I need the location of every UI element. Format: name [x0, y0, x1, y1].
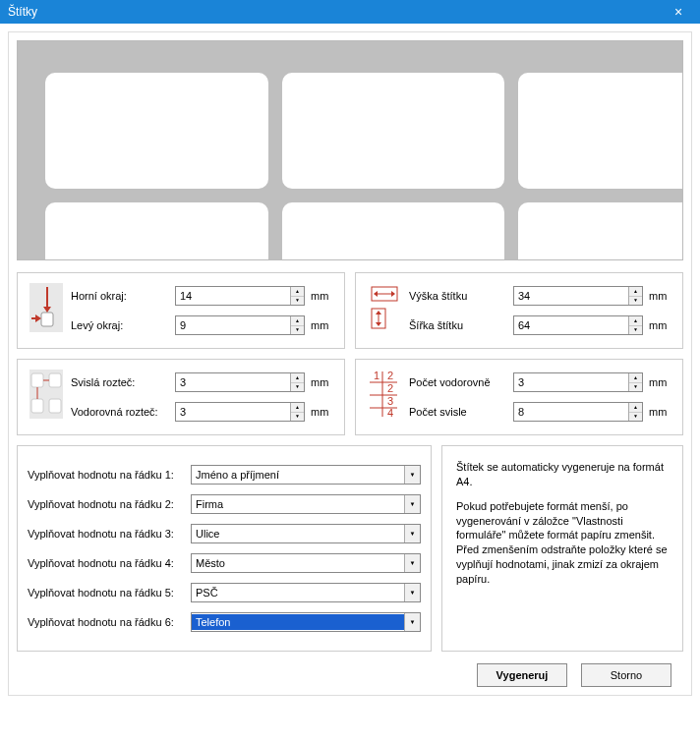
info-text-1: Štítek se automaticky vygeneruje na form…: [456, 460, 669, 489]
count-across-input[interactable]: ▲▼: [513, 372, 643, 392]
spin-down-icon[interactable]: ▼: [629, 383, 642, 392]
spin-down-icon[interactable]: ▼: [291, 297, 304, 306]
svg-text:3: 3: [387, 395, 393, 407]
unit-label: mm: [649, 406, 672, 418]
unit-label: mm: [649, 376, 672, 388]
value-row-label: Vyplňovat hodnotu na řádku 1:: [28, 469, 185, 481]
value-row-combo[interactable]: Telefon▼: [191, 612, 421, 632]
preview-label-cell: [518, 73, 683, 189]
label-width-field[interactable]: [514, 316, 628, 334]
label-width-label: Šířka štítku: [409, 319, 507, 331]
generate-button[interactable]: Vygeneruj: [477, 663, 567, 687]
spin-down-icon[interactable]: ▼: [291, 413, 304, 422]
svg-marker-9: [391, 291, 395, 297]
cancel-button[interactable]: Storno: [581, 663, 671, 687]
chevron-down-icon[interactable]: ▼: [404, 584, 420, 601]
spin-up-icon[interactable]: ▲: [291, 316, 304, 326]
horizontal-spacing-field[interactable]: [176, 403, 290, 421]
unit-label: mm: [649, 290, 672, 302]
spin-down-icon[interactable]: ▼: [291, 383, 304, 392]
combo-value: PSČ: [192, 587, 404, 599]
value-row: Vyplňovat hodnotu na řádku 6:Telefon▼: [28, 607, 421, 637]
svg-rect-15: [31, 373, 43, 387]
chevron-down-icon[interactable]: ▼: [404, 495, 420, 513]
value-row-label: Vyplňovat hodnotu na řádku 2:: [28, 498, 185, 510]
combo-value: Ulice: [192, 528, 404, 540]
unit-label: mm: [649, 319, 672, 331]
value-row-combo[interactable]: PSČ▼: [191, 583, 421, 602]
horizontal-spacing-input[interactable]: ▲▼: [175, 402, 305, 422]
value-row-label: Vyplňovat hodnotu na řádku 5:: [28, 587, 185, 599]
preview-label-cell: [518, 202, 683, 260]
top-margin-input[interactable]: ▲▼: [175, 286, 305, 306]
spin-down-icon[interactable]: ▼: [291, 326, 304, 335]
close-icon[interactable]: ×: [659, 0, 698, 24]
label-width-input[interactable]: ▲▼: [513, 315, 643, 335]
value-row: Vyplňovat hodnotu na řádku 1:Jméno a pří…: [28, 460, 421, 489]
unit-label: mm: [311, 290, 334, 302]
value-row-label: Vyplňovat hodnotu na řádku 3:: [28, 528, 185, 540]
spin-down-icon[interactable]: ▼: [629, 326, 642, 335]
horizontal-spacing-label: Vodorovná rozteč:: [71, 406, 169, 418]
value-row: Vyplňovat hodnotu na řádku 2:Firma▼: [28, 489, 421, 519]
spacing-icon: [28, 368, 65, 421]
spin-down-icon[interactable]: ▼: [629, 413, 642, 422]
spin-up-icon[interactable]: ▲: [629, 287, 642, 297]
dialog-body: Horní okraj: ▲▼ mm Levý okraj: ▲▼ mm: [8, 31, 692, 696]
svg-marker-8: [374, 291, 378, 297]
info-panel: Štítek se automaticky vygeneruje na form…: [441, 445, 683, 652]
count-down-input[interactable]: ▲▼: [513, 402, 643, 422]
value-row-combo[interactable]: Firma▼: [191, 494, 421, 514]
chevron-down-icon[interactable]: ▼: [404, 554, 420, 572]
value-row: Vyplňovat hodnotu na řádku 4:Město▼: [28, 548, 421, 578]
spin-up-icon[interactable]: ▲: [629, 403, 642, 413]
svg-rect-16: [49, 373, 61, 387]
svg-text:1: 1: [374, 370, 379, 381]
spin-down-icon[interactable]: ▼: [629, 297, 642, 306]
svg-rect-1: [41, 313, 53, 326]
spacing-group: Svislá rozteč: ▲▼ mm Vodorovná rozteč: ▲…: [17, 359, 345, 435]
vertical-spacing-field[interactable]: [176, 373, 290, 391]
count-down-field[interactable]: [514, 403, 628, 421]
value-row-label: Vyplňovat hodnotu na řádku 6:: [28, 616, 185, 628]
dialog-footer: Vygeneruj Storno: [17, 652, 683, 687]
size-icon: [366, 281, 403, 334]
count-down-label: Počet svisle: [409, 406, 507, 418]
left-margin-input[interactable]: ▲▼: [175, 315, 305, 335]
svg-rect-18: [49, 399, 61, 413]
combo-value: Město: [192, 557, 404, 569]
svg-text:2: 2: [387, 382, 393, 394]
count-group: 1 2 2 3 4 Počet vodorovně ▲▼: [355, 359, 683, 435]
svg-text:2: 2: [387, 370, 393, 381]
spin-up-icon[interactable]: ▲: [291, 373, 304, 383]
count-across-field[interactable]: [514, 373, 628, 391]
spin-up-icon[interactable]: ▲: [291, 287, 304, 297]
spin-up-icon[interactable]: ▲: [629, 373, 642, 383]
spin-up-icon[interactable]: ▲: [291, 403, 304, 413]
label-height-label: Výška štítku: [409, 290, 507, 302]
window-title: Štítky: [8, 5, 37, 19]
preview-label-cell: [282, 202, 505, 260]
vertical-spacing-input[interactable]: ▲▼: [175, 372, 305, 392]
chevron-down-icon[interactable]: ▼: [404, 525, 420, 542]
count-across-label: Počet vodorovně: [409, 376, 507, 388]
count-icon: 1 2 2 3 4: [366, 368, 403, 421]
chevron-down-icon[interactable]: ▼: [404, 613, 420, 631]
titlebar: Štítky ×: [0, 0, 700, 24]
margins-icon: [28, 281, 65, 334]
spin-up-icon[interactable]: ▲: [629, 316, 642, 326]
preview-label-cell: [45, 73, 268, 189]
unit-label: mm: [311, 406, 334, 418]
vertical-spacing-label: Svislá rozteč:: [71, 376, 169, 388]
value-row-combo[interactable]: Jméno a příjmení▼: [191, 465, 421, 485]
combo-value: Firma: [192, 498, 404, 510]
size-group: Výška štítku ▲▼ mm Šířka štítku ▲▼ mm: [355, 272, 683, 349]
chevron-down-icon[interactable]: ▼: [404, 466, 420, 484]
value-row-combo[interactable]: Město▼: [191, 553, 421, 573]
left-margin-field[interactable]: [176, 316, 290, 334]
value-row-combo[interactable]: Ulice▼: [191, 524, 421, 543]
top-margin-field[interactable]: [176, 287, 290, 305]
value-row: Vyplňovat hodnotu na řádku 3:Ulice▼: [28, 519, 421, 548]
label-height-input[interactable]: ▲▼: [513, 286, 643, 306]
label-height-field[interactable]: [514, 287, 628, 305]
